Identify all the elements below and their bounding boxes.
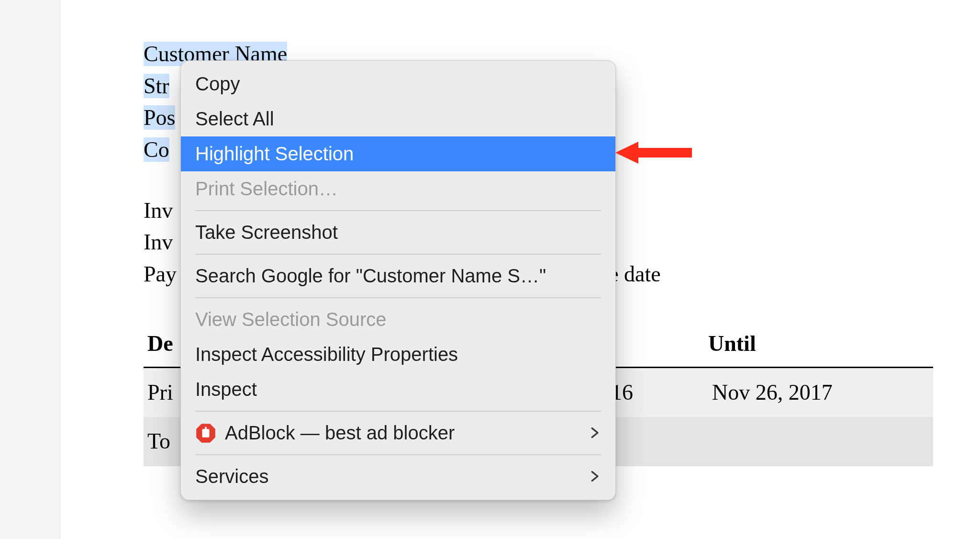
col-until: Until [708, 319, 933, 367]
menu-item-inspect-accessibility[interactable]: Inspect Accessibility Properties [181, 337, 615, 372]
svg-rect-1 [202, 429, 210, 438]
menu-item-print-selection: Print Selection… [181, 171, 615, 206]
menu-item-label: Select All [195, 108, 274, 130]
chevron-right-icon [588, 422, 601, 444]
customer-postal: Pos [144, 105, 175, 130]
menu-separator [195, 454, 601, 455]
menu-item-label: View Selection Source [195, 309, 387, 330]
menu-item-label: Take Screenshot [195, 222, 338, 243]
menu-item-select-all[interactable]: Select All [181, 101, 615, 136]
menu-item-label: Services [195, 466, 268, 487]
invoice-line1-left: Inv [144, 198, 173, 223]
menu-item-label: Print Selection… [195, 178, 338, 200]
svg-rect-2 [205, 427, 207, 429]
menu-item-search-google[interactable]: Search Google for "Customer Name S…" [181, 258, 615, 293]
customer-country: Co [144, 137, 169, 162]
viewport-left-gutter [0, 0, 60, 539]
menu-separator [195, 254, 601, 255]
customer-street: Str [144, 74, 169, 98]
menu-item-inspect[interactable]: Inspect [181, 372, 615, 407]
context-menu[interactable]: Copy Select All Highlight Selection Prin… [180, 60, 616, 500]
cell-until: Nov 26, 2017 [708, 367, 933, 417]
menu-item-highlight-selection[interactable]: Highlight Selection [181, 136, 615, 171]
menu-item-label: Search Google for "Customer Name S…" [195, 265, 546, 287]
menu-item-label: Copy [195, 73, 240, 95]
payment-line-left: Pay [144, 262, 177, 286]
menu-item-adblock[interactable]: AdBlock — best ad blocker [181, 415, 615, 450]
adblock-icon [195, 423, 216, 444]
chevron-right-icon [588, 466, 601, 487]
invoice-line2-left: Inv [144, 230, 173, 254]
menu-separator [195, 210, 601, 211]
menu-item-take-screenshot[interactable]: Take Screenshot [181, 215, 615, 250]
menu-item-label: AdBlock — best ad blocker [225, 422, 455, 444]
menu-item-services[interactable]: Services [181, 459, 615, 494]
menu-item-label: Highlight Selection [195, 143, 354, 165]
menu-item-label: Inspect [195, 379, 257, 400]
menu-item-copy[interactable]: Copy [181, 67, 615, 101]
menu-separator [195, 411, 601, 412]
menu-separator [195, 297, 601, 298]
menu-item-view-selection-source: View Selection Source [181, 302, 615, 337]
menu-item-label: Inspect Accessibility Properties [195, 344, 458, 365]
